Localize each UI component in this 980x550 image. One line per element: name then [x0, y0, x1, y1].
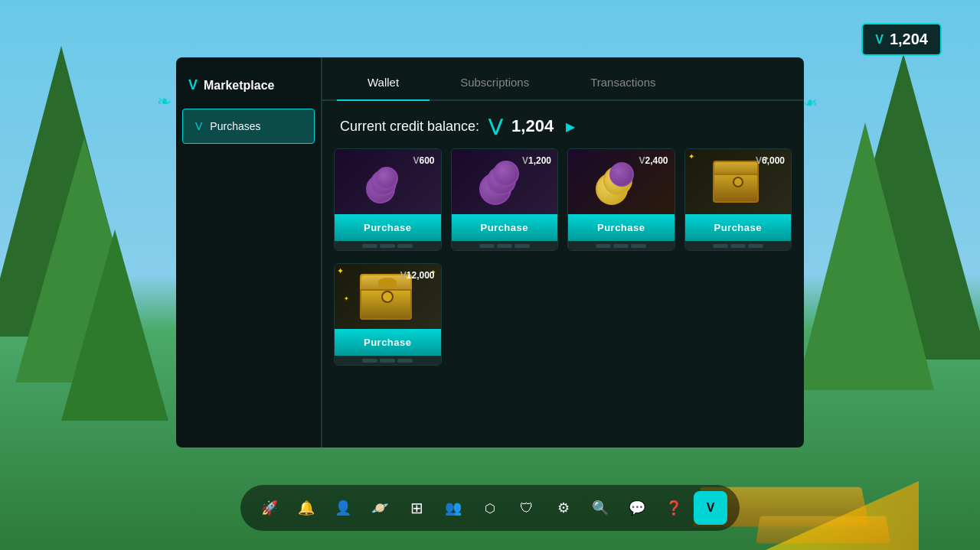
- purchase-1200-button[interactable]: Purchase: [452, 214, 558, 241]
- tabs-container: Wallet Subscriptions Transactions: [322, 57, 804, 101]
- nav-shield[interactable]: 🛡: [510, 491, 544, 525]
- nav-social[interactable]: ⬡: [473, 491, 507, 525]
- sidebar-logo-icon: V: [188, 77, 198, 93]
- product-12000[interactable]: ✦ ✦ ✦ V12,000 Purchase: [334, 263, 442, 366]
- product-6000-amount: V6,000: [756, 155, 785, 166]
- product-1200-price: [452, 241, 558, 250]
- product-6000-price: [685, 241, 792, 250]
- product-12000-price: [335, 356, 441, 365]
- nav-vbucks[interactable]: V: [694, 491, 727, 525]
- chest-6000: [713, 161, 763, 203]
- nav-chat[interactable]: 💬: [620, 491, 654, 525]
- wing-right-decoration: ❧: [795, 93, 818, 116]
- products-grid-row2: ✦ ✦ ✦ V12,000 Purchase: [322, 263, 804, 378]
- tree-left-3: [61, 229, 168, 421]
- balance-arrow-icon: ▶: [566, 119, 575, 134]
- purchase-2400-button[interactable]: Purchase: [568, 214, 675, 241]
- product-600-price: [335, 241, 441, 250]
- bottom-nav: 🚀 🔔 👤 🪐 ⊞ 👥 ⬡ 🛡 ⚙ 🔍 💬 ❓ V: [240, 485, 740, 531]
- sidebar-item-purchases[interactable]: V Purchases: [182, 109, 315, 144]
- nav-friends[interactable]: 👥: [436, 491, 470, 525]
- sidebar-header: V Marketplace: [176, 65, 321, 109]
- products-grid-row1: V V600 Purchase V: [322, 148, 804, 263]
- top-balance-amount: 1,204: [890, 31, 928, 48]
- balance-v-icon: ⋁: [488, 116, 502, 136]
- tree-right-2: [796, 122, 934, 390]
- product-1200-amount: V1,200: [522, 155, 551, 166]
- nav-rocket[interactable]: 🚀: [253, 491, 286, 525]
- tab-wallet[interactable]: Wallet: [337, 65, 430, 99]
- sidebar-item-label: Purchases: [210, 120, 260, 132]
- tab-subscriptions[interactable]: Subscriptions: [430, 65, 560, 99]
- nav-notifications[interactable]: 🔔: [289, 491, 323, 525]
- product-2400-image: V V2,400: [568, 149, 675, 214]
- product-600-amount: V600: [413, 155, 434, 166]
- top-balance-display: V 1,204: [861, 23, 942, 56]
- balance-label: Current credit balance:: [340, 119, 479, 135]
- nav-explore[interactable]: 🪐: [363, 491, 397, 525]
- product-1200[interactable]: V V1,200 Purchase: [451, 148, 559, 251]
- purchase-6000-button[interactable]: Purchase: [685, 214, 792, 241]
- nav-search[interactable]: 🔍: [583, 491, 617, 525]
- product-2400[interactable]: V V2,400 Purchase: [567, 148, 675, 251]
- product-1200-image: V V1,200: [452, 149, 558, 214]
- product-6000-image: ✦ ✦ V6,000: [685, 149, 792, 214]
- coin-stack-600: V: [364, 159, 410, 205]
- top-balance-v-icon: V: [875, 33, 884, 47]
- product-12000-amount: V12,000: [400, 270, 435, 281]
- sidebar-title: Marketplace: [204, 79, 275, 93]
- tab-transactions[interactable]: Transactions: [560, 65, 686, 99]
- wing-left-decoration: ❧: [157, 92, 180, 115]
- product-2400-price: [568, 241, 675, 250]
- balance-row: Current credit balance: ⋁ 1,204 ▶: [322, 101, 804, 148]
- nav-profile[interactable]: 👤: [326, 491, 360, 525]
- product-6000[interactable]: ✦ ✦ V6,000 Purchase: [684, 148, 792, 251]
- product-600-image: V V600: [335, 149, 441, 214]
- product-12000-image: ✦ ✦ ✦ V12,000: [335, 264, 441, 329]
- nav-settings[interactable]: ⚙: [547, 491, 580, 525]
- purchase-600-button[interactable]: Purchase: [335, 214, 441, 241]
- sidebar-content-separator: [322, 57, 322, 447]
- nav-help[interactable]: ❓: [657, 491, 691, 525]
- balance-value: 1,204: [511, 116, 554, 136]
- product-600[interactable]: V V600 Purchase: [334, 148, 442, 251]
- purchases-icon: V: [195, 120, 202, 132]
- main-content: Wallet Subscriptions Transactions Curren…: [322, 57, 804, 447]
- product-2400-amount: V2,400: [639, 155, 668, 166]
- sidebar: V Marketplace V Purchases: [176, 57, 322, 447]
- purchase-12000-button[interactable]: Purchase: [335, 329, 441, 356]
- nav-apps[interactable]: ⊞: [400, 491, 433, 525]
